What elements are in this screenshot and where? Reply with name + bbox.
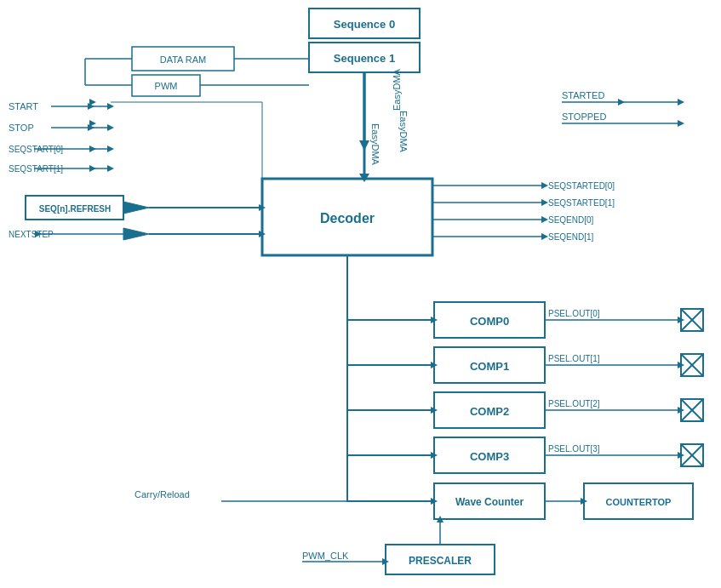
data-ram-label: DATA RAM — [160, 54, 207, 65]
psel-out2-label: PSEL.OUT[2] — [548, 399, 600, 408]
pwm-label: PWM — [155, 81, 178, 91]
start-label: START — [9, 101, 38, 111]
countertop-label: COUNTERTOP — [606, 497, 672, 507]
seqend0-out-label: SEQEND[0] — [548, 215, 594, 225]
comp2-label: COMP2 — [470, 405, 509, 418]
seqstarted0-out-label: SEQSTARTED[0] — [548, 181, 615, 191]
seqstart0-label: SEQSTART[0] — [9, 145, 63, 154]
started-label: STARTED — [562, 90, 604, 100]
psel-out0-label: PSEL.OUT[0] — [548, 309, 600, 318]
psel-out1-label: PSEL.OUT[1] — [548, 354, 600, 363]
sequence0-label: Sequence 0 — [334, 18, 395, 31]
comp1-label: COMP1 — [470, 360, 509, 373]
pwm-clk-label: PWM_CLK — [302, 551, 349, 561]
easydma-label-proper: EasyDMA — [392, 68, 402, 111]
psel-out3-label: PSEL.OUT[3] — [548, 444, 600, 454]
seqstarted1-out-label: SEQSTARTED[1] — [548, 198, 615, 208]
easydma-label: EasyDMA — [370, 123, 381, 166]
seqrefresh-label: SEQ[n].REFRESH — [39, 204, 111, 214]
stopped-label: STOPPED — [562, 111, 606, 122]
stop-label: STOP — [9, 123, 34, 133]
seqstart1-label: SEQSTART[1] — [9, 164, 63, 174]
seqend1-out-label: SEQEND[1] — [548, 232, 594, 242]
wave-counter-label: Wave Counter — [455, 496, 524, 508]
nextstep-label: NEXTSTEP — [9, 230, 54, 239]
comp3-label: COMP3 — [470, 450, 509, 463]
comp0-label: COMP0 — [470, 315, 509, 328]
easydma-label2: EasyDMA — [398, 111, 409, 153]
prescaler-label: PRESCALER — [409, 555, 472, 567]
decoder-label: Decoder — [320, 211, 375, 225]
carry-reload-label: Carry/Reload — [134, 489, 190, 500]
sequence1-label: Sequence 1 — [334, 52, 395, 65]
